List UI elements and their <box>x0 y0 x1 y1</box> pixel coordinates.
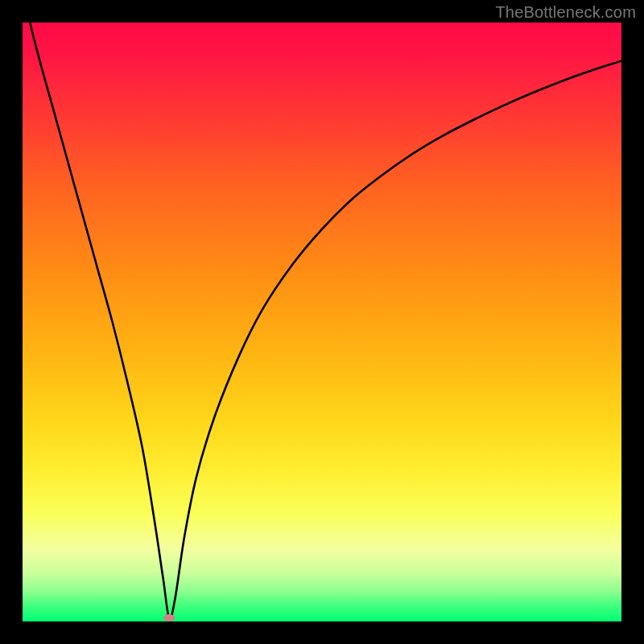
curve-layer <box>23 23 621 621</box>
watermark-text: TheBottleneck.com <box>495 3 636 22</box>
plot-area <box>23 23 621 621</box>
notch-marker <box>163 614 175 621</box>
bottleneck-curve <box>23 23 621 619</box>
